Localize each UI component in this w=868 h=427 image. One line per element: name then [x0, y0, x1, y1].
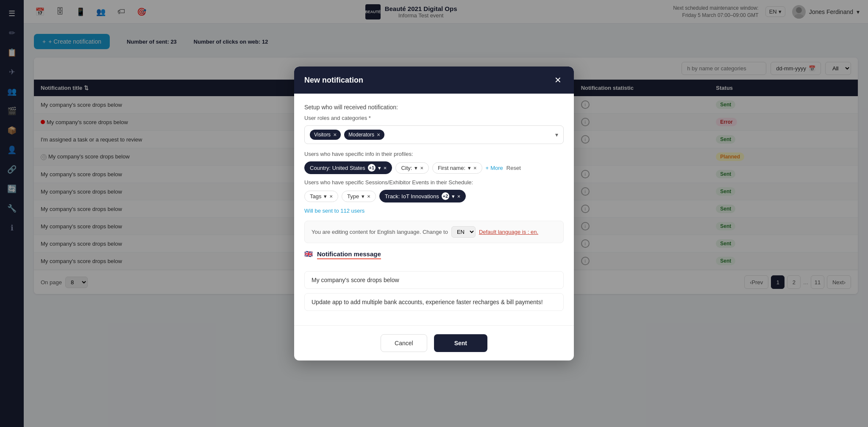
visitors-tag: Visitors × [310, 130, 341, 140]
setup-label: Setup who will received notification: [304, 104, 564, 111]
visitors-tag-close[interactable]: × [333, 131, 337, 138]
modal-title: New notification [304, 76, 363, 85]
moderators-tag: Moderators × [344, 130, 384, 140]
modal-body: Setup who will received notification: Us… [294, 94, 574, 325]
type-close-icon[interactable]: × [367, 193, 370, 200]
reset-filters-button[interactable]: Reset [506, 165, 521, 171]
track-badge: +2 [442, 192, 449, 200]
more-filters-button[interactable]: + More [486, 165, 503, 171]
modal-footer: Cancel Sent [294, 325, 574, 360]
country-filter-pill[interactable]: Country: United States +1 × [304, 161, 392, 174]
country-badge: +1 [368, 164, 376, 172]
user-roles-label: User roles and categories * [304, 115, 564, 121]
type-filter-pill[interactable]: Type × [342, 191, 376, 202]
sent-button[interactable]: Sent [434, 334, 487, 352]
firstname-filter-pill[interactable]: First name: × [432, 162, 482, 174]
firstname-chevron-icon [468, 165, 471, 171]
track-chevron-icon [452, 193, 455, 200]
type-chevron-icon [362, 193, 364, 200]
modal-overlay[interactable]: New notification ✕ Setup who will receiv… [0, 0, 868, 427]
roles-dropdown-icon [555, 131, 558, 138]
default-lang-text: Default language is : en. [479, 229, 538, 235]
users-count: Will be sent to 112 users [304, 208, 564, 214]
city-chevron-icon [415, 165, 417, 171]
flag-icon: 🇬🇧 [304, 250, 313, 258]
tags-chevron-icon [324, 193, 327, 200]
track-filter-pill[interactable]: Track: IoT Innovations +2 × [379, 190, 466, 202]
sessions-label: Users who have specific Sessions/Exhibit… [304, 179, 564, 186]
profile-info-label: Users who have specific info in their pr… [304, 151, 564, 157]
notification-message-section: 🇬🇧 Notification message My company's sco… [304, 250, 564, 311]
country-chevron-icon [378, 165, 381, 171]
country-close-icon[interactable]: × [384, 165, 387, 171]
sessions-filter-pills: Tags × Type × Track: IoT Innovations +2 … [304, 190, 564, 202]
plus-more-icon: + [486, 165, 489, 171]
lang-change-select[interactable]: EN FR DE [451, 226, 476, 238]
city-filter-pill[interactable]: City: × [395, 162, 429, 174]
notification-section-title: Notification message [317, 250, 381, 259]
firstname-close-icon[interactable]: × [473, 165, 477, 171]
lang-bar: You are editing content for English lang… [304, 221, 564, 243]
notification-body-field[interactable]: Update app to add multiple bank accounts… [304, 293, 564, 311]
tags-filter-pill[interactable]: Tags × [304, 191, 338, 202]
modal-close-button[interactable]: ✕ [552, 74, 564, 86]
modal-header: New notification ✕ [294, 67, 574, 94]
city-close-icon[interactable]: × [420, 165, 423, 171]
new-notification-modal: New notification ✕ Setup who will receiv… [294, 67, 574, 360]
track-close-icon[interactable]: × [457, 193, 461, 200]
notification-title-field[interactable]: My company's score drops below [304, 271, 564, 289]
tags-close-icon[interactable]: × [329, 193, 333, 200]
profile-filter-pills: Country: United States +1 × City: × Firs… [304, 161, 564, 174]
moderators-tag-close[interactable]: × [377, 131, 380, 138]
user-roles-input[interactable]: Visitors × Moderators × [304, 125, 564, 144]
cancel-button[interactable]: Cancel [381, 334, 427, 352]
users-count-link[interactable]: 112 users [340, 208, 364, 214]
